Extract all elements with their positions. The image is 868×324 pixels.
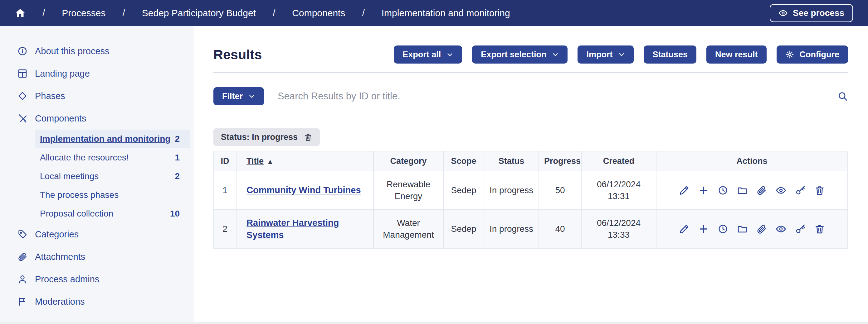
cell-scope: Sedep <box>443 210 484 248</box>
col-header-title[interactable]: Title▲ <box>236 151 373 171</box>
sidebar-item-label: About this process <box>35 46 110 57</box>
cell-actions <box>656 171 848 210</box>
sidebar-item-label: Categories <box>35 229 79 240</box>
topbar: / Processes / Sedep Participatory Budget… <box>0 0 868 26</box>
page-title: Results <box>213 47 262 62</box>
sidebar-item-landing-page[interactable]: Landing page <box>0 62 193 85</box>
breadcrumb-components[interactable]: Components <box>292 8 345 19</box>
title-sort-link[interactable]: Title <box>247 156 264 166</box>
cell-scope: Sedep <box>443 171 484 210</box>
home-icon[interactable] <box>15 8 26 19</box>
export-selection-button[interactable]: Export selection <box>472 45 567 64</box>
table-header-row: ID Title▲ Category Scope Status Progress… <box>214 151 848 171</box>
configure-button[interactable]: Configure <box>777 45 848 64</box>
export-selection-label: Export selection <box>481 50 546 60</box>
add-plus-icon[interactable] <box>698 224 709 234</box>
breadcrumb-separator: / <box>122 8 125 19</box>
search-input[interactable] <box>278 91 824 102</box>
statuses-button[interactable]: Statuses <box>644 45 696 64</box>
page-bottom-edge <box>0 322 868 324</box>
subitem-label: The process phases <box>40 190 119 200</box>
subitem-count-badge: 1 <box>175 153 180 163</box>
cell-created: 06/12/2024 13:33 <box>581 210 656 248</box>
project-folder-icon[interactable] <box>737 224 748 234</box>
subitem-count-badge: 2 <box>175 171 180 181</box>
subitem-label: Implementation and monitoring <box>40 134 170 144</box>
components-sub-list: Implementation and monitoring 2 Allocate… <box>0 130 193 223</box>
col-header-id[interactable]: ID <box>214 151 236 171</box>
timeline-clock-icon[interactable] <box>718 185 728 196</box>
sidebar-item-about[interactable]: About this process <box>0 40 193 62</box>
export-all-label: Export all <box>402 50 441 60</box>
sidebar-subitem-the-process-phases[interactable]: The process phases <box>35 186 190 204</box>
result-title-link[interactable]: Community Wind Turbines <box>247 185 361 195</box>
table-row: 1 Community Wind Turbines Renewable Ener… <box>214 171 848 210</box>
cell-id: 2 <box>214 210 236 248</box>
breadcrumb-current[interactable]: Implementation and monitoring <box>381 8 510 19</box>
chevron-down-icon <box>552 51 559 58</box>
sidebar-item-label: Process admins <box>35 274 99 284</box>
main-content: Results Export all Export selection Impo… <box>193 26 868 322</box>
filter-button[interactable]: Filter <box>213 87 264 105</box>
sidebar-item-process-admins[interactable]: Process admins <box>0 268 193 290</box>
breadcrumb-separator: / <box>42 8 45 19</box>
sidebar-subitem-allocate-the-resources[interactable]: Allocate the resources! 1 <box>35 148 190 167</box>
add-plus-icon[interactable] <box>698 185 709 196</box>
preview-eye-icon[interactable] <box>776 185 786 196</box>
sort-asc-icon: ▲ <box>267 158 274 166</box>
subitem-label: Allocate the resources! <box>40 153 129 163</box>
sidebar-subitem-local-meetings[interactable]: Local meetings 2 <box>35 167 190 186</box>
preview-eye-icon[interactable] <box>776 224 786 234</box>
cell-title: Rainwater Harvesting Systems <box>236 210 373 248</box>
sidebar-subitem-proposal-collection[interactable]: Proposal collection 10 <box>35 204 190 223</box>
gear-icon <box>785 50 794 59</box>
sidebar-item-attachments[interactable]: Attachments <box>0 246 193 268</box>
sidebar-subitem-implementation-and-monitoring[interactable]: Implementation and monitoring 2 <box>35 130 190 148</box>
cell-category: Water Management <box>373 210 443 248</box>
result-title-link[interactable]: Rainwater Harvesting Systems <box>247 218 339 240</box>
cell-created: 06/12/2024 13:31 <box>581 171 656 210</box>
new-result-label: New result <box>715 50 758 60</box>
col-header-category: Category <box>373 151 443 171</box>
see-process-button[interactable]: See process <box>770 4 853 22</box>
sidebar-item-moderations[interactable]: Moderations <box>0 290 193 313</box>
subitem-label: Proposal collection <box>40 209 113 219</box>
info-icon <box>18 46 27 56</box>
sidebar-item-components[interactable]: Components <box>0 107 193 130</box>
cell-status: In progress <box>484 171 539 210</box>
permissions-key-icon[interactable] <box>795 185 806 196</box>
see-process-label: See process <box>793 8 844 18</box>
subitem-count-badge: 2 <box>175 134 180 144</box>
breadcrumb-separator: / <box>362 8 365 19</box>
chevron-down-icon <box>248 93 255 100</box>
breadcrumb-processes[interactable]: Processes <box>62 8 105 19</box>
attachments-paperclip-icon[interactable] <box>756 185 767 196</box>
import-button[interactable]: Import <box>578 45 634 64</box>
subitem-count-badge: 10 <box>170 209 180 219</box>
sidebar-item-categories[interactable]: Categories <box>0 223 193 246</box>
export-all-button[interactable]: Export all <box>394 45 462 64</box>
table-row: 2 Rainwater Harvesting Systems Water Man… <box>214 210 848 248</box>
edit-pencil-icon[interactable] <box>679 185 689 196</box>
breadcrumb-separator: / <box>273 8 275 19</box>
tools-icon <box>18 113 27 123</box>
toolbar: Export all Export selection Import Statu… <box>394 45 848 64</box>
diamond-icon <box>18 91 27 101</box>
project-folder-icon[interactable] <box>737 185 748 196</box>
attachments-paperclip-icon[interactable] <box>756 224 767 234</box>
delete-trash-icon[interactable] <box>814 224 825 234</box>
timeline-clock-icon[interactable] <box>718 224 728 234</box>
remove-filter-trash-icon[interactable] <box>304 133 312 141</box>
new-result-button[interactable]: New result <box>706 45 767 64</box>
col-header-status: Status <box>484 151 539 171</box>
chevron-down-icon <box>618 51 625 58</box>
edit-pencil-icon[interactable] <box>679 224 689 234</box>
search-icon[interactable] <box>837 91 848 102</box>
import-label: Import <box>586 50 613 60</box>
breadcrumb-process-name[interactable]: Sedep Participatory Budget <box>142 8 256 19</box>
cell-id: 1 <box>214 171 236 210</box>
eye-icon <box>778 8 788 18</box>
sidebar-item-phases[interactable]: Phases <box>0 85 193 107</box>
permissions-key-icon[interactable] <box>795 224 806 234</box>
delete-trash-icon[interactable] <box>814 185 825 196</box>
